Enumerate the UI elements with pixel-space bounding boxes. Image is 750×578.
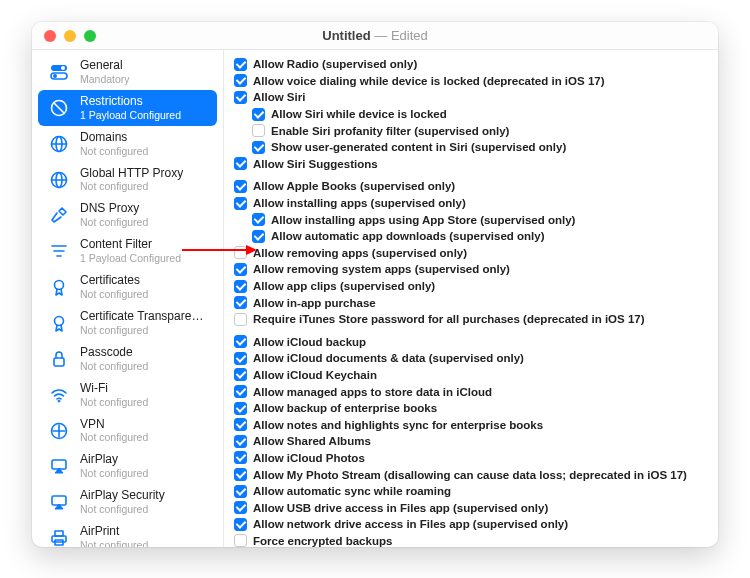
setting-label[interactable]: Allow voice dialing while device is lock… [253, 75, 605, 87]
globe-icon [48, 169, 70, 191]
sidebar-item-sublabel: Not configured [80, 431, 148, 443]
sidebar-item-label: Passcode [80, 346, 148, 360]
checkbox[interactable] [234, 435, 247, 448]
svg-point-15 [55, 281, 64, 290]
setting-label[interactable]: Allow automatic app downloads (supervise… [271, 230, 544, 242]
checkbox[interactable] [234, 197, 247, 210]
sidebar-item-general[interactable]: GeneralMandatory [38, 54, 217, 90]
svg-point-3 [53, 74, 57, 78]
setting-row: Allow USB drive access in Files app (sup… [234, 499, 708, 516]
checkbox[interactable] [234, 74, 247, 87]
setting-row: Allow Radio (supervised only) [234, 56, 708, 73]
sidebar-item-certificate-transparency[interactable]: Certificate TransparencyNot configured [38, 305, 217, 341]
setting-label[interactable]: Allow backup of enterprise books [253, 402, 437, 414]
checkbox[interactable] [234, 402, 247, 415]
setting-label[interactable]: Allow installing apps (supervised only) [253, 197, 466, 209]
sidebar-item-restrictions[interactable]: Restrictions1 Payload Configured [38, 90, 217, 126]
checkbox[interactable] [234, 418, 247, 431]
checkbox[interactable] [234, 313, 247, 326]
sidebar-item-airplay-security[interactable]: AirPlay SecurityNot configured [38, 484, 217, 520]
sidebar-item-sublabel: Not configured [80, 180, 183, 192]
setting-label[interactable]: Allow in-app purchase [253, 297, 376, 309]
setting-label[interactable]: Allow removing apps (supervised only) [253, 247, 467, 259]
sidebar-item-label: Certificates [80, 274, 148, 288]
checkbox[interactable] [252, 124, 265, 137]
checkbox[interactable] [234, 468, 247, 481]
setting-label[interactable]: Show user-generated content in Siri (sup… [271, 141, 566, 153]
sidebar-item-domains[interactable]: DomainsNot configured [38, 126, 217, 162]
checkbox[interactable] [234, 501, 247, 514]
setting-label[interactable]: Allow network drive access in Files app … [253, 518, 568, 530]
checkbox[interactable] [234, 485, 247, 498]
sidebar-item-global-http-proxy[interactable]: Global HTTP ProxyNot configured [38, 162, 217, 198]
checkbox[interactable] [252, 230, 265, 243]
checkbox[interactable] [234, 335, 247, 348]
checkbox[interactable] [234, 534, 247, 547]
svg-point-18 [58, 400, 60, 402]
setting-label[interactable]: Allow Shared Albums [253, 435, 371, 447]
svg-rect-22 [52, 536, 66, 542]
setting-label[interactable]: Require iTunes Store password for all pu… [253, 313, 645, 325]
setting-label[interactable]: Allow USB drive access in Files app (sup… [253, 502, 548, 514]
sidebar-item-label: Domains [80, 131, 148, 145]
setting-label[interactable]: Allow Radio (supervised only) [253, 58, 417, 70]
setting-label[interactable]: Allow removing system apps (supervised o… [253, 263, 510, 275]
restrictions-settings-pane[interactable]: Allow Radio (supervised only)Allow voice… [224, 50, 718, 547]
checkbox[interactable] [234, 180, 247, 193]
setting-row: Allow managed apps to store data in iClo… [234, 383, 708, 400]
sidebar-item-airplay[interactable]: AirPlayNot configured [38, 448, 217, 484]
sidebar-item-wi-fi[interactable]: Wi-FiNot configured [38, 377, 217, 413]
sidebar-item-passcode[interactable]: PasscodeNot configured [38, 341, 217, 377]
setting-label[interactable]: Allow iCloud Photos [253, 452, 365, 464]
sidebar-item-airprint[interactable]: AirPrintNot configured [38, 520, 217, 547]
checkbox[interactable] [234, 58, 247, 71]
checkbox[interactable] [252, 141, 265, 154]
checkbox[interactable] [234, 368, 247, 381]
checkbox[interactable] [234, 385, 247, 398]
setting-label[interactable]: Allow Siri Suggestions [253, 158, 378, 170]
checkbox[interactable] [234, 280, 247, 293]
sidebar-item-dns-proxy[interactable]: DNS ProxyNot configured [38, 197, 217, 233]
cert-icon [48, 276, 70, 298]
sidebar-item-vpn[interactable]: VPNNot configured [38, 413, 217, 449]
checkbox[interactable] [234, 451, 247, 464]
sidebar-item-label: AirPlay [80, 453, 148, 467]
checkbox[interactable] [234, 91, 247, 104]
zoom-button[interactable] [84, 30, 96, 42]
setting-label[interactable]: Allow iCloud backup [253, 336, 366, 348]
checkbox[interactable] [252, 213, 265, 226]
checkbox[interactable] [234, 263, 247, 276]
setting-row: Allow My Photo Stream (disallowing can c… [234, 466, 708, 483]
sidebar-item-content-filter[interactable]: Content Filter1 Payload Configured [38, 233, 217, 269]
setting-label[interactable]: Allow managed apps to store data in iClo… [253, 386, 492, 398]
setting-label[interactable]: Enable Siri profanity filter (supervised… [271, 125, 509, 137]
setting-label[interactable]: Allow Apple Books (supervised only) [253, 180, 455, 192]
checkbox[interactable] [234, 518, 247, 531]
setting-label[interactable]: Allow installing apps using App Store (s… [271, 214, 575, 226]
sidebar-item-label: Wi-Fi [80, 382, 148, 396]
checkbox[interactable] [252, 108, 265, 121]
setting-label[interactable]: Allow notes and highlights sync for ente… [253, 419, 543, 431]
setting-label[interactable]: Force encrypted backups [253, 535, 392, 547]
setting-label[interactable]: Allow Siri while device is locked [271, 108, 447, 120]
setting-label[interactable]: Allow My Photo Stream (disallowing can c… [253, 469, 687, 481]
checkbox[interactable] [234, 157, 247, 170]
setting-label[interactable]: Allow iCloud documents & data (supervise… [253, 352, 524, 364]
sidebar-item-sublabel: Not configured [80, 216, 148, 228]
sidebar-item-certificates[interactable]: CertificatesNot configured [38, 269, 217, 305]
checkbox[interactable] [234, 296, 247, 309]
setting-label[interactable]: Allow Siri [253, 91, 305, 103]
setting-label[interactable]: Allow app clips (supervised only) [253, 280, 435, 292]
minimize-button[interactable] [64, 30, 76, 42]
setting-row: Enable Siri profanity filter (supervised… [234, 122, 708, 139]
sidebar-item-label: Global HTTP Proxy [80, 167, 183, 181]
setting-label[interactable]: Allow iCloud Keychain [253, 369, 377, 381]
checkbox[interactable] [234, 246, 247, 259]
setting-row: Allow voice dialing while device is lock… [234, 73, 708, 90]
sidebar-item-label: AirPrint [80, 525, 148, 539]
payload-sidebar[interactable]: GeneralMandatoryRestrictions1 Payload Co… [32, 50, 224, 547]
checkbox[interactable] [234, 352, 247, 365]
setting-row: Allow iCloud documents & data (supervise… [234, 350, 708, 367]
close-button[interactable] [44, 30, 56, 42]
setting-label[interactable]: Allow automatic sync while roaming [253, 485, 451, 497]
